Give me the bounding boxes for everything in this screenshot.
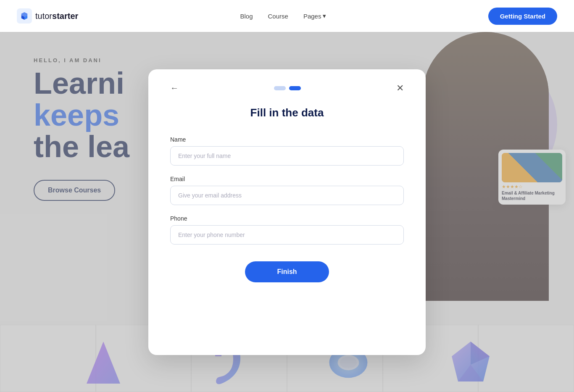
step-dot-2 <box>289 86 301 90</box>
step-dot-1 <box>274 86 286 90</box>
getting-started-button[interactable]: Getting Started <box>488 8 557 25</box>
email-label: Email <box>170 176 404 182</box>
back-button[interactable]: ← <box>170 83 179 93</box>
step-indicators <box>274 86 301 90</box>
chevron-down-icon: ▾ <box>323 12 326 20</box>
email-field-group: Email <box>170 176 404 205</box>
close-button[interactable]: ✕ <box>396 83 404 94</box>
name-field-group: Name <box>170 136 404 166</box>
phone-input[interactable] <box>170 225 404 245</box>
logo[interactable]: tutorstarter <box>17 8 78 24</box>
navbar: tutorstarter Blog Course Pages ▾ Getting… <box>0 0 574 32</box>
modal-title: Fill in the data <box>170 106 404 119</box>
name-input[interactable] <box>170 146 404 166</box>
nav-pages[interactable]: Pages ▾ <box>303 12 326 20</box>
nav-course[interactable]: Course <box>268 13 288 20</box>
nav-blog[interactable]: Blog <box>240 13 253 20</box>
logo-text: tutorstarter <box>35 11 78 21</box>
name-label: Name <box>170 136 404 143</box>
modal-dialog: ← ✕ Fill in the data Name Email Phone <box>148 69 426 355</box>
phone-field-group: Phone <box>170 215 404 245</box>
modal-overlay: ← ✕ Fill in the data Name Email Phone <box>0 32 574 392</box>
email-input[interactable] <box>170 186 404 205</box>
logo-icon <box>17 8 32 24</box>
modal-header: ← ✕ <box>170 83 404 94</box>
nav-links: Blog Course Pages ▾ <box>240 12 326 20</box>
finish-button[interactable]: Finish <box>245 261 329 282</box>
phone-label: Phone <box>170 215 404 222</box>
registration-form: Name Email Phone Finish <box>170 136 404 282</box>
